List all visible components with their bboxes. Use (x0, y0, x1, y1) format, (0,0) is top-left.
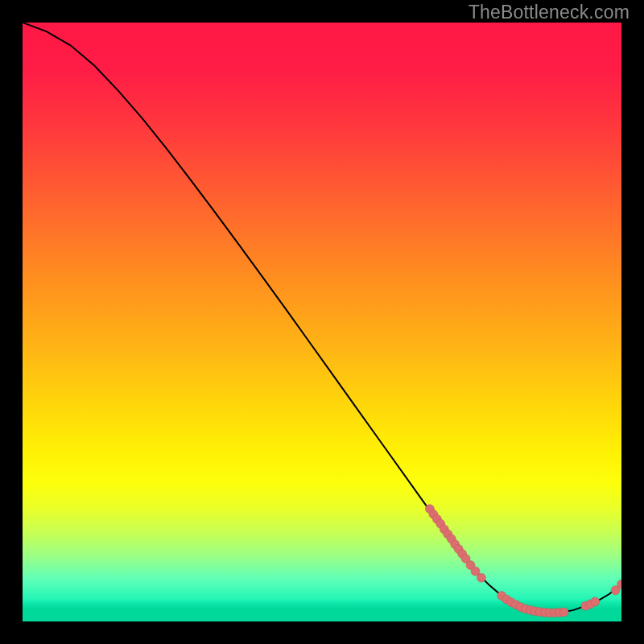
plot-area (23, 23, 621, 621)
data-point (477, 573, 485, 582)
data-point (591, 597, 600, 606)
data-points (425, 505, 621, 617)
curve-svg (23, 23, 621, 621)
watermark-text: TheBottleneck.com (469, 2, 630, 23)
data-point (559, 608, 568, 617)
chart-frame: TheBottleneck.com (0, 0, 644, 644)
bottleneck-curve (23, 23, 621, 613)
